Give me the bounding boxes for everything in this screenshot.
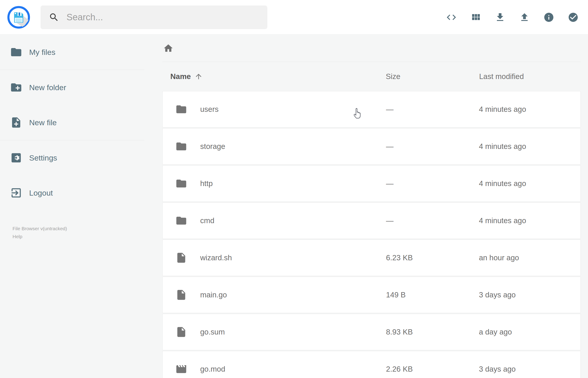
file-size: 149 B [386,291,406,299]
row-cmd[interactable]: cmd — 4 minutes ago [162,202,581,239]
file-size: 6.23 KB [386,254,413,262]
upload-icon[interactable] [519,12,530,23]
info-icon[interactable] [543,12,554,23]
row-storage[interactable]: storage — 4 minutes ago [162,128,581,165]
search-bar[interactable] [40,5,267,29]
sidebar: My files New folder New file Settings Lo… [0,35,144,378]
file-modified: a day ago [479,328,512,336]
sidebar-item-my-files[interactable]: My files [0,35,144,70]
file-name: go.mod [200,365,225,373]
file-modified: 4 minutes ago [479,179,526,188]
file-name: main.go [200,291,227,299]
grid-view-icon[interactable] [470,12,481,23]
file-modified: 3 days ago [479,365,516,373]
version-text: File Browser v(untracked) [13,225,67,232]
top-bar [0,0,588,35]
sidebar-item-settings[interactable]: Settings [0,140,144,175]
file-name: go.sum [200,328,225,336]
sort-by-size-header[interactable]: Size [386,72,400,81]
file-size: — [386,105,394,114]
listing-rows: users — 4 minutes ago storage — 4 minute… [162,91,581,378]
sidebar-footer: File Browser v(untracked) Help [13,225,67,241]
folder-icon [10,46,22,58]
sort-by-modified-header[interactable]: Last modified [479,72,524,81]
home-icon[interactable] [163,43,174,54]
file-name: http [200,179,213,188]
download-icon[interactable] [495,12,506,23]
file-icon [175,289,187,301]
file-icon [175,326,187,338]
folder-icon [175,215,187,227]
row-http[interactable]: http — 4 minutes ago [162,165,581,202]
search-input[interactable] [67,12,259,22]
file-icon [175,252,187,264]
logout-icon [10,187,22,199]
toolbar-actions [446,12,588,23]
new-file-icon [10,116,22,129]
listing-header: Name Size Last modified [162,62,581,91]
sidebar-item-label: Settings [29,153,57,162]
help-link[interactable]: Help [13,232,67,241]
sort-by-name-header[interactable]: Name [170,72,203,81]
new-folder-icon [10,81,22,94]
row-go-sum[interactable]: go.sum 8.93 KB a day ago [162,314,581,350]
sidebar-item-label: My files [29,48,55,57]
file-name: wizard.sh [200,254,232,262]
file-modified: 4 minutes ago [479,216,526,225]
file-size: — [386,216,394,225]
file-size: 8.93 KB [386,328,413,336]
folder-icon [175,140,187,152]
file-modified: an hour ago [479,254,519,262]
sidebar-item-new-folder[interactable]: New folder [0,70,144,105]
settings-icon [10,152,22,164]
sidebar-item-label: New folder [29,83,66,92]
row-users[interactable]: users — 4 minutes ago [162,91,581,128]
folder-icon [175,178,187,189]
sidebar-item-logout[interactable]: Logout [0,175,144,210]
search-icon [49,12,59,23]
file-size: — [386,179,394,188]
select-multiple-check-icon[interactable] [568,12,579,23]
folder-icon [175,103,187,115]
row-go-mod[interactable]: go.mod 2.26 KB 3 days ago [162,351,581,378]
file-name: storage [200,142,225,151]
sidebar-item-label: New file [29,118,57,127]
breadcrumb [162,35,581,62]
sidebar-item-new-file[interactable]: New file [0,105,144,140]
file-size: — [386,142,394,151]
sidebar-item-label: Logout [29,189,53,197]
row-wizard-sh[interactable]: wizard.sh 6.23 KB an hour ago [162,240,581,276]
code-icon[interactable] [446,12,457,23]
sort-ascending-arrow-icon [194,72,203,81]
column-name-label: Name [170,72,191,81]
file-name: users [200,105,219,114]
file-modified: 4 minutes ago [479,142,526,151]
file-modified: 3 days ago [479,291,516,299]
file-name: cmd [200,216,214,225]
row-main-go[interactable]: main.go 149 B 3 days ago [162,277,581,313]
file-size: 2.26 KB [386,365,413,373]
file-listing: Name Size Last modified users — 4 minute… [144,35,588,378]
file-browser-logo-icon [7,6,30,29]
file-modified: 4 minutes ago [479,105,526,114]
movie-icon [175,363,187,375]
